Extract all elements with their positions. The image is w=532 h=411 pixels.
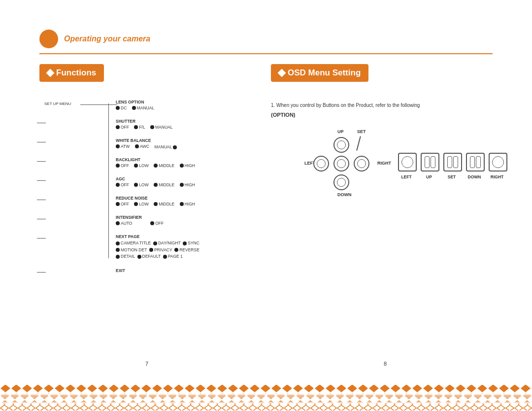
menu-item-shutter: SHUTTER OFF F/L MANUAL [44, 119, 251, 130]
menu-item-noise: REDUCE NOISE OFF LOW MIDDLE HIGH [44, 196, 251, 207]
group-label-right: RIGHT [488, 174, 506, 179]
left-panel: Functions SET UP MENU LENS OPTION DC MAN… [39, 64, 251, 277]
menu-item-backlight: BACKLIGHT OFF LOW MIDDLE HIGH [44, 157, 251, 169]
menu-item-exit: EXIT [44, 268, 251, 273]
header-divider [39, 53, 493, 54]
intensifier-options: AUTO OFF [116, 221, 251, 226]
menu-item-nextpage: NEXT PAGE CAMERA TITLE DAY/NIGHT SYNC MO… [44, 234, 251, 260]
shutter-options: OFF F/L MANUAL [116, 125, 251, 130]
btn-set-label: SET [357, 129, 366, 134]
menu-item-intensifier: INTENSIFIER AUTO OFF [44, 215, 251, 226]
deco-row-outline [0, 404, 532, 411]
deco-row-striped [0, 395, 532, 403]
btn-right-circle [354, 156, 369, 171]
page-container: Operating your camera Functions SET UP M… [0, 0, 532, 411]
bottom-deco-svg [0, 384, 532, 411]
menu-item-lens: LENS OPTION DC MANUAL [44, 100, 251, 111]
agc-options: OFF LOW MIDDLE HIGH [116, 182, 251, 188]
nextpage-label: NEXT PAGE [116, 234, 251, 239]
group-label-up: UP [420, 174, 438, 179]
btn-down-circle [333, 174, 349, 190]
exit-label: EXIT [116, 268, 251, 273]
group-label-down: DOWN [465, 174, 484, 179]
lens-label: LENS OPTION [116, 100, 251, 104]
btn-group-right [489, 153, 507, 171]
wb-label: WHITE BALANCE [116, 138, 251, 143]
noise-options: OFF LOW MIDDLE HIGH [116, 202, 251, 207]
page-number-7: 7 [145, 361, 148, 367]
osd-content: 1. When you control by Buttons on the Pr… [271, 102, 502, 209]
btn-group-down [466, 153, 485, 171]
backlight-label: BACKLIGHT [116, 157, 251, 162]
header-title: Operating your camera [64, 34, 150, 43]
diamond-icon-right [278, 69, 286, 77]
setup-menu-label: SET UP MENU [44, 102, 71, 106]
agc-label: AGC [116, 176, 251, 181]
osd-section-box: OSD Menu Setting [271, 64, 368, 82]
osd-description: 1. When you control by Buttons on the Pr… [271, 102, 502, 109]
menu-diagram: SET UP MENU LENS OPTION DC MANUAL SHUTTE… [44, 100, 251, 273]
right-panel: OSD Menu Setting 1. When you control by … [271, 64, 502, 209]
osd-option-label: (OPTION) [271, 112, 502, 118]
menu-item-wb: WHITE BALANCE ATW AWC MANUAL [44, 138, 251, 149]
nextpage-options: CAMERA TITLE DAY/NIGHT SYNC MOTION DET P… [116, 240, 251, 260]
btn-group-left [398, 153, 417, 171]
deco-row-solid [0, 385, 532, 394]
shutter-label: SHUTTER [116, 119, 251, 124]
group-label-set: SET [442, 174, 461, 179]
header-circle-icon [39, 30, 58, 48]
btn-up-label: UP [337, 129, 344, 134]
btn-group-set [443, 153, 462, 171]
set-diagonal [356, 136, 361, 150]
btn-group-up [421, 153, 439, 171]
diamond-icon-left [46, 69, 55, 77]
intensifier-label: INTENSIFIER [116, 215, 251, 220]
lens-options: DC MANUAL [116, 105, 251, 111]
page-number-8: 8 [384, 361, 387, 367]
menu-item-agc: AGC OFF LOW MIDDLE HIGH [44, 176, 251, 188]
wb-options: ATW AWC MANUAL [116, 144, 251, 149]
button-layout-diagram: UP SET LEFT RIGHT DOWN [281, 125, 478, 209]
backlight-options: OFF LOW MIDDLE HIGH [116, 163, 251, 169]
h-connector-main [80, 104, 109, 105]
btn-right-label: RIGHT [377, 161, 391, 166]
btn-group-labels: LEFT UP SET DOWN RIGHT [397, 174, 506, 179]
btn-left-circle [313, 156, 329, 171]
btn-down-label: DOWN [337, 192, 352, 197]
btn-set-circle [333, 156, 349, 171]
noise-label: REDUCE NOISE [116, 196, 251, 201]
group-label-left: LEFT [397, 174, 416, 179]
header-section: Operating your camera [39, 30, 493, 48]
osd-title: OSD Menu Setting [288, 68, 361, 78]
functions-title: Functions [56, 68, 96, 78]
btn-up-circle [333, 137, 349, 153]
functions-section-box: Functions [39, 64, 104, 82]
